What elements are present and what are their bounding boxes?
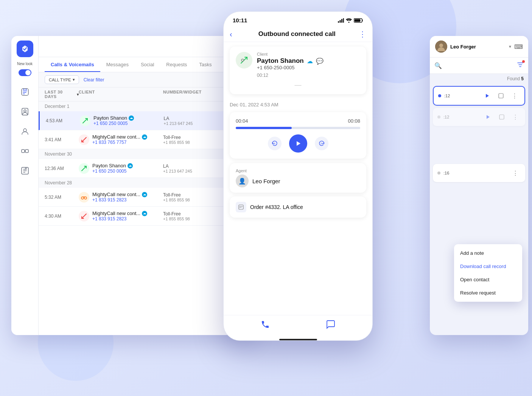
search-icon[interactable]: 🔍 xyxy=(434,62,442,69)
svg-text:15: 15 xyxy=(273,142,275,145)
filter-bar: CALL TYPE ▾ Clear filter xyxy=(39,72,254,87)
svg-rect-13 xyxy=(340,20,341,23)
sidebar-agents-icon[interactable] xyxy=(17,123,33,140)
note-icon xyxy=(236,202,246,212)
filter-icon[interactable] xyxy=(517,63,524,69)
phone-timestamp: Dec 01, 2022 4:53 AM xyxy=(224,99,372,111)
call-row[interactable]: 5:32 AM MightyCall new cont... ☁ +1 833 … xyxy=(39,188,254,207)
outbound-call-icon xyxy=(80,115,90,126)
salesforce-icon: ☁ xyxy=(307,58,313,65)
user-name: Leo Forger xyxy=(450,44,506,50)
new-look-label: New look xyxy=(17,62,33,66)
svg-text:#: # xyxy=(25,167,27,170)
open-contact-menu-item[interactable]: Open contact xyxy=(454,273,522,286)
filter-icon-wrapper xyxy=(517,61,524,70)
call-name: Payton Shanon xyxy=(93,115,127,121)
forward-15-button[interactable]: 15 xyxy=(315,137,328,150)
salesforce-badge: ☁ xyxy=(129,115,134,121)
more-options-button[interactable]: ⋮ xyxy=(510,168,521,178)
main-content: Calls & Voicemails Messages Social Reque… xyxy=(39,36,254,335)
tab-tasks[interactable]: Tasks xyxy=(193,57,218,72)
svg-marker-21 xyxy=(297,141,300,146)
svg-rect-29 xyxy=(499,115,504,119)
more-button[interactable]: ⋮ xyxy=(359,30,366,39)
phone-message-button[interactable] xyxy=(326,320,335,329)
status-dot xyxy=(437,115,440,118)
call-time: 3:41 AM xyxy=(45,137,79,142)
context-menu-wrapper: :12 ⋮ Add a note Download call record Op… xyxy=(430,108,528,126)
dialpad-icon[interactable]: ⌨ xyxy=(514,43,523,50)
phone-status-bar: 10:11 xyxy=(224,12,372,27)
resolve-request-menu-item[interactable]: Resolve request xyxy=(454,286,522,299)
user-avatar xyxy=(435,41,447,53)
call-info: MightyCall new cont... ☁ +1 833 915 2823 xyxy=(79,192,163,203)
date-group-november28: November 28 xyxy=(39,178,254,188)
call-info: MightyCall new cont... ☁ +1 833 765 7757 xyxy=(79,134,163,145)
right-call-info: :12 xyxy=(443,115,480,119)
call-time: 4:53 AM xyxy=(46,118,80,123)
phone-call-button[interactable] xyxy=(261,320,270,329)
tab-requests[interactable]: Requests xyxy=(160,57,193,72)
call-name: MightyCall new cont... xyxy=(92,210,140,216)
call-number: +1 650 250 0005 xyxy=(92,168,133,174)
tab-social[interactable]: Social xyxy=(135,57,160,72)
svg-text:15: 15 xyxy=(320,142,323,145)
phone-player: 00:04 00:08 15 xyxy=(230,112,366,159)
play-button[interactable] xyxy=(483,112,493,122)
period-filter[interactable]: LAST 30 DAYS ▾ xyxy=(45,90,79,99)
call-row[interactable]: 3:41 AM MightyCall new cont... ☁ +1 833 … xyxy=(39,130,254,149)
svg-rect-27 xyxy=(499,94,503,98)
add-note-menu-item[interactable]: Add a note xyxy=(454,246,522,260)
note-button[interactable] xyxy=(496,90,506,101)
tab-messages[interactable]: Messages xyxy=(100,57,135,72)
more-options-button[interactable]: ⋮ xyxy=(509,90,520,101)
sidebar-integrations-icon[interactable] xyxy=(17,143,33,159)
voicemail-call-icon xyxy=(79,192,89,203)
call-contact: Payton Shanon ☁ +1 650 250 0005 xyxy=(93,115,134,126)
call-type-filter[interactable]: CALL TYPE ▾ xyxy=(45,75,79,84)
sidebar-tags-icon[interactable]: # xyxy=(17,162,33,179)
clear-filter-button[interactable]: Clear filter xyxy=(84,77,104,83)
rewind-15-button[interactable]: 15 xyxy=(268,137,282,150)
svg-rect-23 xyxy=(239,205,243,209)
svg-marker-26 xyxy=(486,94,489,98)
more-options-button[interactable]: ⋮ xyxy=(510,112,521,122)
status-dot xyxy=(437,171,440,175)
call-row[interactable]: 4:30 AM MightyCall new cont... ☁ +1 833 … xyxy=(39,207,254,226)
status-icons xyxy=(338,18,363,23)
sidebar-calls-icon[interactable] xyxy=(17,84,33,100)
note-button[interactable] xyxy=(496,112,507,122)
desktop-panel: New look xyxy=(11,36,254,335)
svg-marker-28 xyxy=(487,115,490,119)
call-row[interactable]: 4:53 AM Payton Shanon ☁ +1 650 250 0005 … xyxy=(39,111,254,130)
call-row[interactable]: 12:36 AM Payton Shanon ☁ +1 650 250 0005… xyxy=(39,159,254,178)
player-progress-bar[interactable] xyxy=(236,127,360,129)
player-current: 00:04 xyxy=(236,118,248,124)
header-icons: ⌨ xyxy=(514,43,523,50)
svg-rect-15 xyxy=(343,18,344,23)
chevron-down-icon: ▾ xyxy=(73,77,75,82)
phone-call-header: Client Payton Shanon ☁ 💬 +1 650-250-0005… xyxy=(236,52,360,78)
call-info: Payton Shanon ☁ +1 650 250 0005 xyxy=(80,115,164,126)
right-call-item[interactable]: :16 ⋮ xyxy=(433,164,525,182)
call-info: Payton Shanon ☁ +1 650 250 0005 xyxy=(79,163,163,174)
tab-calls-voicemails[interactable]: Calls & Voicemails xyxy=(45,57,100,72)
play-button[interactable] xyxy=(482,90,493,101)
sidebar-contacts-icon[interactable] xyxy=(17,103,33,120)
phone-nav: ‹ Outbound connected call ⋮ xyxy=(224,27,372,42)
client-label: Client xyxy=(257,52,360,56)
agent-label: Agent xyxy=(236,168,360,173)
period-label: LAST 30 DAYS xyxy=(45,90,75,99)
play-pause-button[interactable] xyxy=(289,134,307,153)
download-call-record-menu-item[interactable]: Download call record xyxy=(454,260,522,273)
new-look-toggle[interactable] xyxy=(19,69,31,76)
back-button[interactable]: ‹ xyxy=(230,30,232,39)
call-contact: Payton Shanon ☁ +1 650 250 0005 xyxy=(92,163,133,174)
call-direction-avatar xyxy=(236,52,252,69)
call-type-label: CALL TYPE xyxy=(49,78,71,82)
note-text: Order #4332. LA office xyxy=(250,204,303,210)
right-call-item[interactable]: :12 ⋮ xyxy=(433,86,525,106)
right-call-item[interactable]: :12 ⋮ xyxy=(433,108,525,126)
svg-point-4 xyxy=(24,110,26,112)
right-search-bar: 🔍 xyxy=(430,58,528,74)
